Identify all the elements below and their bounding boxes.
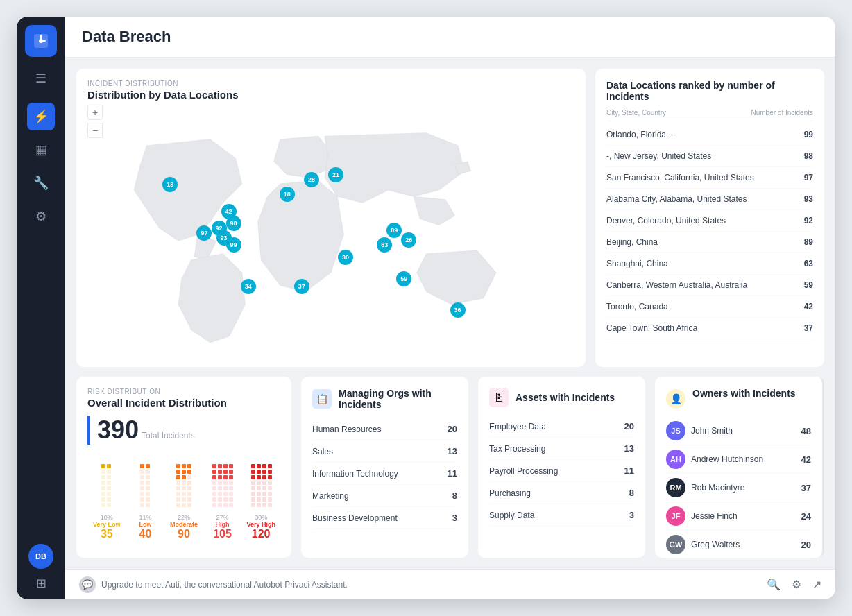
- risk-count: 90: [164, 528, 203, 540]
- org-count: 13: [448, 446, 457, 456]
- map-pin[interactable]: 89: [386, 223, 402, 238]
- owner-row: RM Rob Macintyre 37: [666, 474, 811, 502]
- dot-column: [243, 464, 280, 507]
- map-pin[interactable]: 34: [241, 279, 256, 294]
- filter-icon[interactable]: ⚙: [792, 578, 801, 591]
- asset-name: Supply Data: [489, 511, 534, 520]
- map-pin[interactable]: 63: [377, 237, 392, 253]
- map-pin[interactable]: 97: [196, 225, 212, 241]
- risk-label-item: 11% Low 40: [126, 514, 165, 540]
- risk-label-item: 10% Very Low 35: [87, 514, 126, 540]
- assets-card: 🗄 Assets with Incidents Employee Data20T…: [478, 377, 645, 558]
- footer-actions: 🔍 ⚙ ↗: [767, 578, 821, 591]
- dl-row: Orlando, Florida, -99: [606, 124, 813, 146]
- header: Data Breach: [65, 17, 835, 58]
- map-pin[interactable]: 36: [450, 302, 466, 318]
- owner-info: JS John Smith: [666, 421, 733, 440]
- owner-avatar: AH: [666, 450, 685, 469]
- map-area: 18 42 97 92 93 98 99 18 28 21 30 37 34 8…: [87, 108, 574, 349]
- dl-location: -, New Jersey, United States: [606, 151, 711, 161]
- assets-header: 🗄 Assets with Incidents: [489, 388, 634, 407]
- logo[interactable]: [25, 25, 57, 57]
- asset-row: Employee Data20: [489, 416, 634, 438]
- dl-location: Shanghai, China: [606, 259, 668, 268]
- dl-row: Canberra, Western Australia, Australia59: [606, 275, 813, 296]
- org-name: Human Resources: [312, 425, 381, 434]
- nav-item-tools[interactable]: 🔧: [27, 169, 55, 197]
- grid-icon[interactable]: ⊞: [36, 576, 46, 591]
- org-name: Marketing: [312, 491, 349, 501]
- nav-item-grid[interactable]: ▦: [27, 136, 55, 164]
- risk-label-item: 30% Very High 120: [241, 514, 280, 540]
- owner-count: 37: [801, 483, 811, 493]
- data-locations-title: Data Locations ranked by number of Incid…: [606, 80, 813, 102]
- asset-count: 3: [629, 510, 634, 520]
- share-icon[interactable]: ↗: [812, 578, 821, 591]
- risk-count: 35: [87, 528, 126, 540]
- org-count: 8: [452, 490, 457, 501]
- owner-name: Andrew Hutchinson: [691, 454, 763, 464]
- dl-count: 93: [804, 194, 813, 204]
- risk-title: Overall Incident Distribution: [87, 397, 280, 409]
- menu-icon[interactable]: ☰: [35, 71, 46, 86]
- footer-chat: 💬 Upgrade to meet Auti, the conversation…: [79, 576, 348, 593]
- org-count: 11: [448, 468, 457, 479]
- user-avatar[interactable]: DB: [28, 544, 53, 569]
- map-pin[interactable]: 21: [328, 167, 343, 182]
- owner-name: Jessie Finch: [691, 511, 738, 521]
- asset-count: 8: [629, 488, 634, 498]
- dot-matrix: [87, 452, 280, 507]
- owner-info: GW Greg Walters: [666, 535, 740, 554]
- owner-name: Greg Walters: [691, 540, 740, 549]
- bottom-section: Risk Distribution Overall Incident Distr…: [76, 377, 824, 558]
- org-row: Sales13: [312, 440, 457, 463]
- nav-item-dashboard[interactable]: ⚡: [27, 103, 55, 130]
- risk-pct: 30%: [241, 514, 280, 521]
- orgs-card: 📋 Managing Orgs with Incidents Human Res…: [301, 377, 468, 558]
- map-pin[interactable]: 98: [226, 216, 241, 231]
- risk-pct: 27%: [203, 514, 242, 521]
- map-pin[interactable]: 59: [396, 271, 411, 286]
- data-locations-card: Data Locations ranked by number of Incid…: [595, 69, 824, 367]
- owners-icon: 👤: [666, 389, 685, 409]
- map-pin[interactable]: 18: [280, 187, 295, 202]
- footer-text: Upgrade to meet Auti, the conversational…: [101, 580, 348, 590]
- sidebar-nav: ⚡ ▦ 🔧 ⚙: [27, 103, 55, 544]
- org-count: 3: [452, 513, 457, 523]
- owner-row: JS John Smith 48: [666, 417, 811, 445]
- owners-title: Owners with Incidents: [692, 388, 796, 399]
- dl-row: Denver, Colorado, United States92: [606, 210, 813, 232]
- orgs-title: Managing Orgs with Incidents: [339, 388, 457, 410]
- asset-row: Purchasing8: [489, 482, 634, 504]
- asset-name: Tax Processing: [489, 444, 545, 454]
- map-pin[interactable]: 28: [304, 172, 319, 187]
- orgs-rows-container: Human Resources20Sales13Information Tech…: [312, 418, 457, 529]
- dl-location: Orlando, Florida, -: [606, 130, 674, 139]
- owner-count: 48: [801, 426, 811, 436]
- dl-count: 63: [804, 259, 813, 268]
- asset-count: 11: [624, 465, 634, 476]
- owner-name: John Smith: [691, 426, 733, 436]
- chat-bubble-icon: 💬: [79, 576, 96, 593]
- map-pin[interactable]: 37: [294, 279, 309, 294]
- map-pin[interactable]: 30: [338, 250, 353, 265]
- map-pin[interactable]: 26: [401, 232, 416, 248]
- asset-name: Employee Data: [489, 422, 546, 431]
- risk-count: 40: [126, 528, 165, 540]
- risk-name: Moderate: [164, 521, 203, 528]
- dl-location: Beijing, China: [606, 237, 658, 247]
- sidebar: ☰ ⚡ ▦ 🔧 ⚙ DB ⊞: [17, 17, 65, 599]
- search-icon[interactable]: 🔍: [767, 578, 781, 591]
- org-name: Sales: [312, 447, 333, 456]
- dl-header: City, State, Country Number of Incidents: [606, 109, 813, 121]
- dot-column: [204, 464, 241, 507]
- nav-item-settings[interactable]: ⚙: [27, 203, 55, 230]
- asset-name: Payroll Processing: [489, 466, 558, 476]
- risk-count: 120: [241, 528, 280, 540]
- sidebar-bottom: DB ⊞: [28, 544, 53, 591]
- orgs-header: 📋 Managing Orgs with Incidents: [312, 388, 457, 410]
- dl-count: 92: [804, 216, 813, 225]
- asset-row: Payroll Processing11: [489, 460, 634, 482]
- map-pin[interactable]: 99: [226, 237, 241, 253]
- map-pin[interactable]: 18: [162, 177, 178, 192]
